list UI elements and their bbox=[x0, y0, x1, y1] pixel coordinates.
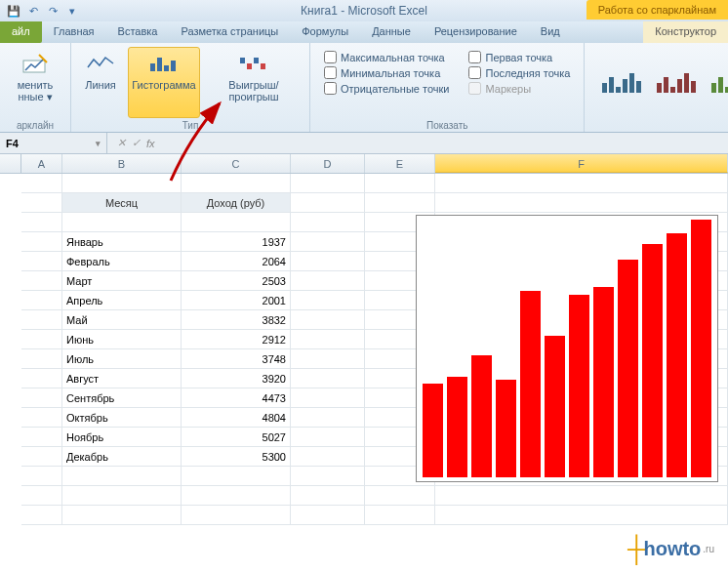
cell[interactable] bbox=[291, 232, 365, 252]
select-all-corner[interactable] bbox=[0, 154, 21, 173]
tab-home[interactable]: Главная bbox=[42, 21, 106, 43]
cell[interactable] bbox=[365, 506, 435, 525]
save-icon[interactable]: 💾 bbox=[6, 3, 21, 19]
cell[interactable] bbox=[291, 467, 365, 486]
month-cell[interactable]: Июнь bbox=[62, 330, 182, 349]
edit-data-button[interactable]: менить нные ▾ bbox=[6, 47, 64, 118]
month-cell[interactable]: Сентябрь bbox=[62, 388, 182, 408]
cell[interactable] bbox=[21, 447, 62, 467]
month-cell[interactable]: Февраль bbox=[62, 252, 182, 271]
cell[interactable] bbox=[291, 506, 365, 525]
cell[interactable] bbox=[291, 408, 365, 428]
cell[interactable] bbox=[21, 428, 62, 447]
cell[interactable] bbox=[435, 193, 728, 213]
income-cell[interactable]: 2001 bbox=[182, 291, 291, 310]
check-last[interactable]: Последняя точка bbox=[468, 66, 570, 79]
col-C[interactable]: C bbox=[182, 154, 291, 173]
cell[interactable] bbox=[291, 193, 365, 213]
cell[interactable] bbox=[435, 174, 728, 193]
tab-view[interactable]: Вид bbox=[529, 21, 572, 43]
check-neg[interactable]: Отрицательные точки bbox=[324, 82, 449, 95]
cell[interactable] bbox=[21, 213, 62, 232]
cell[interactable] bbox=[291, 369, 365, 388]
sparkline-cell[interactable] bbox=[416, 215, 718, 482]
cell[interactable] bbox=[21, 271, 62, 291]
cell[interactable] bbox=[291, 271, 365, 291]
col-A[interactable]: A bbox=[21, 154, 62, 173]
cell[interactable] bbox=[21, 193, 62, 213]
cell[interactable] bbox=[21, 408, 62, 428]
check-first[interactable]: Первая точка bbox=[468, 51, 570, 63]
style-option-3[interactable] bbox=[709, 69, 728, 97]
style-option-1[interactable] bbox=[600, 69, 647, 97]
check-markers[interactable]: Маркеры bbox=[468, 82, 570, 95]
redo-icon[interactable]: ↷ bbox=[45, 3, 61, 19]
cell[interactable] bbox=[21, 232, 62, 252]
style-option-2[interactable] bbox=[655, 69, 702, 97]
column-button[interactable]: Гистограмма bbox=[128, 47, 200, 118]
tab-page-layout[interactable]: Разметка страницы bbox=[169, 21, 290, 43]
cell[interactable] bbox=[291, 330, 365, 349]
month-cell[interactable]: Декабрь bbox=[62, 447, 182, 467]
cell[interactable] bbox=[21, 388, 62, 408]
cell[interactable] bbox=[21, 252, 62, 271]
cell[interactable] bbox=[62, 467, 182, 486]
cell[interactable] bbox=[291, 213, 365, 232]
tab-file[interactable]: айл bbox=[0, 21, 42, 43]
tab-insert[interactable]: Вставка bbox=[106, 21, 170, 43]
qat-menu-icon[interactable]: ▾ bbox=[64, 3, 80, 19]
month-cell[interactable]: Июль bbox=[62, 349, 182, 369]
cell[interactable] bbox=[21, 506, 62, 525]
income-cell[interactable]: 2503 bbox=[182, 271, 291, 291]
accept-icon[interactable]: ✓ bbox=[132, 137, 141, 149]
cell[interactable] bbox=[62, 486, 182, 506]
cell[interactable] bbox=[21, 467, 62, 486]
cell[interactable] bbox=[21, 291, 62, 310]
check-low[interactable]: Минимальная точка bbox=[324, 66, 449, 79]
month-cell[interactable]: Май bbox=[62, 310, 182, 330]
cell[interactable] bbox=[291, 174, 365, 193]
check-high[interactable]: Максимальная точка bbox=[324, 51, 449, 63]
winloss-button[interactable]: Выигрыш/проигрыш bbox=[204, 47, 303, 118]
income-cell[interactable]: 5027 bbox=[182, 428, 291, 447]
cell[interactable] bbox=[182, 506, 291, 525]
month-cell[interactable]: Апрель bbox=[62, 291, 182, 310]
tab-data[interactable]: Данные bbox=[360, 21, 423, 43]
cell[interactable] bbox=[182, 467, 291, 486]
cell[interactable] bbox=[21, 174, 62, 193]
income-cell[interactable]: 3832 bbox=[182, 310, 291, 330]
worksheet[interactable]: A B C D E F МесяцДоход (руб)Январь1937Фе… bbox=[0, 154, 728, 525]
cell[interactable] bbox=[182, 213, 291, 232]
month-cell[interactable]: Ноябрь bbox=[62, 428, 182, 447]
cell[interactable] bbox=[291, 486, 365, 506]
cell[interactable] bbox=[21, 349, 62, 369]
income-cell[interactable]: 3748 bbox=[182, 349, 291, 369]
cell[interactable] bbox=[182, 486, 291, 506]
cell[interactable] bbox=[435, 486, 728, 506]
cell[interactable] bbox=[291, 349, 365, 369]
month-cell[interactable]: Октябрь bbox=[62, 408, 182, 428]
month-cell[interactable]: Март bbox=[62, 271, 182, 291]
col-E[interactable]: E bbox=[365, 154, 435, 173]
cell[interactable] bbox=[365, 193, 435, 213]
cell[interactable] bbox=[291, 310, 365, 330]
income-cell[interactable]: 2912 bbox=[182, 330, 291, 349]
month-cell[interactable]: Январь bbox=[62, 232, 182, 252]
cell[interactable] bbox=[62, 174, 182, 193]
col-D[interactable]: D bbox=[291, 154, 365, 173]
cell[interactable] bbox=[21, 310, 62, 330]
cell[interactable] bbox=[21, 330, 62, 349]
cell[interactable] bbox=[291, 447, 365, 467]
col-B[interactable]: B bbox=[62, 154, 182, 173]
tab-formulas[interactable]: Формулы bbox=[290, 21, 360, 43]
income-cell[interactable]: 4473 bbox=[182, 388, 291, 408]
name-box[interactable]: F4 bbox=[0, 133, 107, 153]
cell[interactable] bbox=[62, 213, 182, 232]
month-cell[interactable]: Август bbox=[62, 369, 182, 388]
income-cell[interactable]: 2064 bbox=[182, 252, 291, 271]
cell[interactable] bbox=[291, 428, 365, 447]
cell[interactable] bbox=[365, 174, 435, 193]
cell[interactable] bbox=[435, 506, 728, 525]
tab-design[interactable]: Конструктор bbox=[643, 21, 728, 43]
tab-review[interactable]: Рецензирование bbox=[423, 21, 529, 43]
